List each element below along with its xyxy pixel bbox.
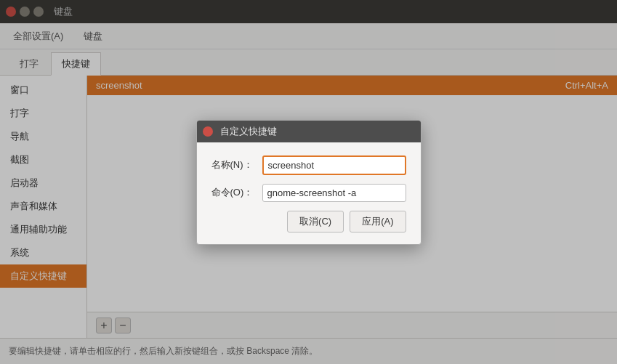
modal-buttons: 取消(C) 应用(A) [211, 211, 406, 232]
modal-titlebar: 自定义快捷键 [197, 121, 421, 142]
name-row: 名称(N)： [211, 155, 406, 175]
name-input[interactable] [262, 155, 406, 175]
modal-body: 名称(N)： 命令(O)： 取消(C) 应用(A) [197, 142, 421, 244]
cancel-button[interactable]: 取消(C) [287, 211, 344, 232]
apply-button[interactable]: 应用(A) [350, 211, 406, 232]
name-label: 名称(N)： [211, 158, 262, 171]
modal-title: 自定义快捷键 [220, 125, 277, 138]
modal-overlay: 自定义快捷键 名称(N)： 命令(O)： 取消(C) 应用(A) [0, 0, 617, 364]
modal-close-button[interactable] [203, 126, 213, 137]
command-row: 命令(O)： [211, 184, 406, 202]
custom-shortcut-dialog: 自定义快捷键 名称(N)： 命令(O)： 取消(C) 应用(A) [196, 120, 422, 245]
command-label: 命令(O)： [211, 186, 262, 199]
command-input[interactable] [262, 184, 406, 202]
